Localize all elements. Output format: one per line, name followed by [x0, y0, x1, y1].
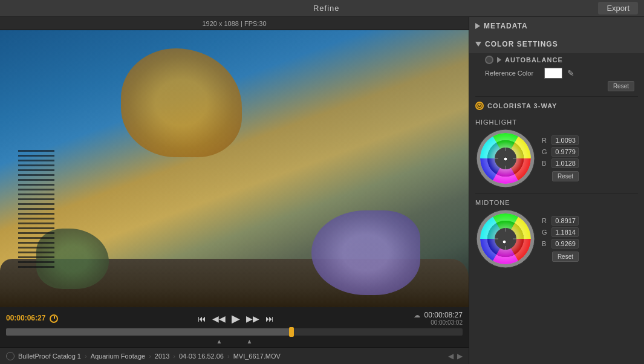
current-time: 00:00:06:27 [6, 314, 45, 322]
midtone-b-label: B [542, 240, 548, 247]
breadcrumb-item-3[interactable]: 04-03 16.52.06 [179, 353, 224, 360]
highlight-g-label: G [542, 148, 548, 155]
progress-bar[interactable] [6, 328, 463, 336]
highlight-wheel-area: R G B Reset [475, 128, 638, 189]
breadcrumb-item-4[interactable]: MVI_6617.MOV [233, 353, 281, 360]
ref-color-swatch[interactable] [544, 68, 562, 79]
current-time-display: 00:00:06:27 [6, 314, 58, 323]
midtone-b-input[interactable] [551, 239, 579, 249]
breadcrumb-status-circle [6, 352, 15, 360]
highlight-reset-button[interactable]: Reset [552, 171, 579, 181]
video-info-bar: 1920 x 1088 | FPS:30 [0, 17, 469, 30]
colorista-title: COLORISTA 3-WAY [487, 102, 557, 109]
highlight-g-row: G [542, 147, 579, 157]
skip-to-end-button[interactable]: ⏭ [265, 314, 274, 323]
color-settings-title: COLOR SETTINGS [485, 40, 558, 48]
video-resolution: 1920 x 1088 | FPS:30 [202, 20, 266, 27]
highlight-section: HIGHLIGHT [469, 116, 644, 189]
midtone-g-input[interactable] [551, 227, 579, 237]
breadcrumb-item-0[interactable]: BulletProof Catalog 1 [18, 353, 81, 360]
total-time: 00:00:08:27 [424, 311, 463, 319]
rewind-button[interactable]: ◀◀ [212, 314, 226, 323]
highlight-b-label: B [542, 160, 548, 167]
highlight-rgb-container: R G B Reset [542, 135, 579, 181]
video-controls: 00:00:06:27 ⏮ ◀◀ ▶ ▶▶ ⏭ ☁ 00:00:08:27 00… [0, 307, 469, 347]
highlight-b-input[interactable] [551, 158, 579, 168]
midtone-color-wheel [475, 209, 536, 269]
autobalance-header: AUTOBALANCE [485, 56, 634, 64]
highlight-color-wheel [475, 128, 536, 189]
breadcrumb-sep-1: › [149, 353, 151, 360]
midtone-g-label: G [542, 229, 548, 236]
midtone-label: MIDTONE [475, 199, 638, 206]
autobalance-collapse-icon [497, 57, 501, 63]
autobalance-block: AUTOBALANCE Reference Color ✎ Reset [469, 53, 644, 94]
cloud-icon: ☁ [414, 311, 420, 319]
playback-buttons: ⏮ ◀◀ ▶ ▶▶ ⏭ [198, 312, 274, 325]
highlight-r-row: R [542, 135, 579, 145]
water-overlay [0, 30, 469, 307]
autobalance-title: AUTOBALANCE [505, 56, 563, 63]
nav-prev-button[interactable]: ◀ [448, 352, 454, 360]
top-bar: Refine Export [0, 0, 644, 17]
time-icon [50, 314, 58, 323]
midtone-section: MIDTONE [469, 197, 644, 269]
autobalance-reset-button[interactable]: Reset [608, 81, 634, 91]
highlight-b-row: B [542, 158, 579, 168]
highlight-wheel-container[interactable] [475, 128, 536, 189]
playhead-right-arrow[interactable]: ▲ [247, 338, 253, 345]
autobalance-reset-row: Reset [485, 81, 634, 91]
midtone-rgb-container: R G B Reset [542, 216, 579, 262]
controls-row: 00:00:06:27 ⏮ ◀◀ ▶ ▶▶ ⏭ ☁ 00:00:08:27 00… [6, 311, 463, 326]
midtone-reset-button[interactable]: Reset [552, 252, 579, 262]
sub-time: 00:00:03:02 [414, 319, 463, 326]
video-container [0, 30, 469, 307]
play-button[interactable]: ▶ [232, 312, 240, 325]
midtone-wheel-container[interactable] [475, 209, 536, 269]
ref-color-edit-icon[interactable]: ✎ [567, 68, 574, 78]
right-panel: METADATA COLOR SETTINGS AUTOBALANCE Refe… [469, 17, 644, 364]
colorista-power-button[interactable] [475, 102, 484, 110]
progress-fill [6, 328, 294, 336]
highlight-r-input[interactable] [551, 135, 579, 145]
midtone-g-row: G [542, 227, 579, 237]
breadcrumb-item-2[interactable]: 2013 [155, 353, 169, 360]
playhead-left-arrow[interactable]: ▲ [216, 338, 223, 345]
metadata-title: METADATA [484, 22, 528, 30]
time-right: ☁ 00:00:08:27 00:00:03:02 [414, 311, 463, 326]
midtone-r-label: R [542, 217, 548, 224]
nav-next-button[interactable]: ▶ [457, 352, 463, 360]
colorista-header-row: COLORISTA 3-WAY [469, 99, 644, 116]
export-button[interactable]: Export [598, 2, 638, 15]
autobalance-ref-color-row: Reference Color ✎ [485, 68, 634, 79]
highlight-g-input[interactable] [551, 147, 579, 157]
left-panel: 1920 x 1088 | FPS:30 00:00:06:27 ⏮ [0, 17, 469, 364]
divider-1 [475, 96, 638, 97]
breadcrumb-bar: BulletProof Catalog 1 › Aquarium Footage… [0, 347, 469, 364]
breadcrumb-nav: ◀ ▶ [448, 352, 463, 360]
playhead-controls: ▲ ▲ [6, 338, 463, 345]
midtone-r-input[interactable] [551, 216, 579, 226]
main-layout: 1920 x 1088 | FPS:30 00:00:06:27 ⏮ [0, 17, 644, 364]
color-settings-section-header[interactable]: COLOR SETTINGS [469, 35, 644, 53]
refine-button[interactable]: Refine [313, 4, 340, 13]
midtone-wheel-area: R G B Reset [475, 209, 638, 269]
svg-point-14 [504, 157, 507, 161]
svg-point-26 [503, 240, 506, 244]
metadata-collapse-icon [475, 23, 480, 29]
highlight-label: HIGHLIGHT [475, 119, 638, 126]
midtone-b-row: B [542, 239, 579, 249]
color-settings-collapse-icon [475, 42, 481, 47]
metadata-section-header[interactable]: METADATA [469, 17, 644, 35]
skip-to-start-button[interactable]: ⏮ [198, 314, 206, 323]
breadcrumb-sep-0: › [85, 353, 87, 360]
autobalance-power-button[interactable] [485, 56, 493, 64]
divider-2 [475, 193, 638, 194]
ref-color-label: Reference Color [485, 70, 539, 77]
fast-forward-button[interactable]: ▶▶ [246, 314, 259, 323]
highlight-r-label: R [542, 137, 548, 144]
progress-thumb[interactable] [289, 327, 294, 337]
breadcrumb-item-1[interactable]: Aquarium Footage [91, 353, 146, 360]
breadcrumb-sep-3: › [227, 353, 230, 360]
midtone-r-row: R [542, 216, 579, 226]
